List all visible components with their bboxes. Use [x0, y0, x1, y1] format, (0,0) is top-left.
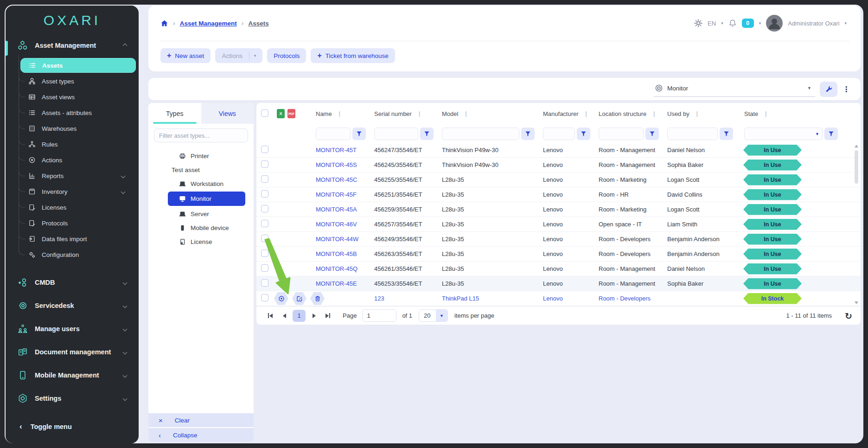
sidebar-item-rules[interactable]: Rules — [6, 136, 139, 152]
home-icon[interactable] — [160, 19, 168, 27]
caret-down-icon[interactable]: ▾ — [844, 21, 847, 26]
sidebar-item-licenses[interactable]: Licenses — [6, 199, 139, 215]
kebab-menu-icon[interactable]: ⋮ — [463, 110, 469, 117]
kebab-menu-icon[interactable]: ⋮ — [337, 110, 343, 117]
sidebar-item-asset-types[interactable]: Asset types — [6, 73, 139, 89]
sidebar-item-assets-attributes[interactable]: Assets - attributes — [6, 105, 139, 121]
last-page-button[interactable] — [322, 310, 333, 322]
asset-serial-link[interactable]: 123 — [370, 295, 438, 302]
new-asset-button[interactable]: + New asset — [160, 48, 211, 63]
tree-item-mobile-device[interactable]: Mobile device — [148, 221, 254, 235]
row-checkbox[interactable] — [261, 175, 268, 183]
breadcrumb-asset-management-link[interactable]: Asset Management — [180, 20, 237, 27]
filter-state-select[interactable] — [744, 128, 823, 140]
row-checkbox[interactable] — [261, 146, 268, 153]
sidebar-group-document-management[interactable]: Document management — [6, 340, 139, 364]
filter-manufacturer-input[interactable] — [543, 128, 575, 140]
asset-name-link[interactable]: MONITOR-45F — [305, 191, 370, 198]
next-page-button[interactable] — [308, 310, 319, 322]
row-checkbox[interactable] — [261, 250, 268, 257]
column-header-model[interactable]: Model — [442, 110, 458, 117]
filter-used-by-button[interactable] — [720, 128, 733, 140]
language-label[interactable]: EN — [708, 20, 716, 27]
view-button[interactable] — [274, 292, 288, 305]
refresh-icon[interactable]: ↻ — [845, 311, 852, 321]
filter-name-input[interactable] — [316, 128, 351, 140]
view-select[interactable]: Monitor ▼ — [654, 81, 815, 97]
scroll-down-arrow[interactable] — [855, 301, 858, 304]
actions-button[interactable]: Actions ▾ — [215, 48, 262, 63]
first-page-button[interactable] — [265, 310, 276, 322]
asset-name-link[interactable]: MONITOR-45S — [305, 161, 370, 168]
sidebar-item-inventory[interactable]: Inventory — [6, 184, 139, 199]
filter-model-button[interactable] — [521, 128, 535, 140]
filter-location-input[interactable] — [599, 128, 644, 140]
sidebar-item-reports[interactable]: Reports — [6, 168, 139, 184]
sidebar-group-settings[interactable]: Settings — [6, 387, 139, 410]
column-header-state[interactable]: State — [744, 110, 758, 117]
sidebar-group-servicedesk[interactable]: Servicedesk — [6, 294, 139, 317]
avatar[interactable] — [766, 15, 783, 32]
asset-name-link[interactable]: MONITOR-46V — [305, 221, 370, 228]
sidebar-item-warehouses[interactable]: Warehouses — [6, 121, 139, 136]
view-settings-button[interactable] — [820, 82, 837, 97]
asset-name-link[interactable]: MONITOR-44W — [305, 236, 370, 243]
select-all-checkbox[interactable] — [261, 109, 268, 117]
row-checkbox[interactable] — [261, 294, 268, 301]
previous-page-button[interactable] — [279, 310, 290, 322]
row-checkbox[interactable] — [261, 264, 268, 272]
caret-down-icon[interactable]: ▾ — [759, 21, 761, 26]
user-name-label[interactable]: Administrator Oxari — [788, 20, 839, 27]
sidebar-group-asset-management[interactable]: Asset Management — [6, 35, 139, 56]
asset-name-link[interactable]: MONITOR-45C — [305, 176, 370, 183]
notification-count-badge[interactable]: 0 — [742, 19, 754, 28]
scroll-up-arrow[interactable] — [855, 145, 858, 147]
asset-name-link[interactable]: MONITOR-45A — [305, 206, 370, 213]
row-checkbox[interactable] — [261, 205, 268, 212]
current-page-button[interactable]: 1 — [293, 310, 306, 322]
sidebar-item-asset-views[interactable]: Asset views — [6, 89, 139, 105]
gear-icon[interactable] — [694, 19, 702, 27]
kebab-menu-icon[interactable]: ⋮ — [842, 85, 850, 94]
kebab-menu-icon[interactable]: ⋮ — [694, 110, 700, 117]
clear-button[interactable]: × Clear — [148, 413, 254, 427]
asset-name-link[interactable]: MONITOR-45B — [305, 250, 370, 257]
edit-button[interactable] — [292, 292, 306, 305]
column-header-used-by[interactable]: Used by — [667, 110, 689, 117]
asset-name-link[interactable]: MONITOR-45T — [305, 147, 370, 154]
page-number-input[interactable] — [362, 309, 396, 322]
kebab-menu-icon[interactable]: ⋮ — [416, 110, 422, 117]
kebab-menu-icon[interactable]: ⋮ — [651, 110, 657, 117]
kebab-menu-icon[interactable]: ⋮ — [583, 110, 589, 117]
filter-model-input[interactable] — [442, 128, 519, 140]
row-checkbox[interactable] — [261, 160, 268, 168]
bell-icon[interactable] — [728, 19, 737, 27]
column-header-location[interactable]: Location structure — [599, 110, 646, 117]
collapse-button[interactable]: ‹ Collapse — [148, 428, 254, 442]
asset-name-link[interactable]: MONITOR-45E — [305, 280, 370, 287]
asset-model-link[interactable]: ThinkPad L15 — [438, 295, 539, 302]
row-checkbox[interactable] — [261, 279, 268, 287]
filter-state-button[interactable] — [824, 128, 838, 140]
column-header-manufacturer[interactable]: Manufacturer — [543, 110, 579, 117]
sidebar-item-protocols[interactable]: Protocols — [6, 215, 139, 231]
filter-manufacturer-button[interactable] — [577, 128, 590, 140]
filter-serial-input[interactable] — [374, 128, 418, 140]
scrollbar-thumb[interactable] — [855, 150, 858, 184]
asset-location-link[interactable]: Room - Developers — [595, 295, 664, 302]
row-checkbox[interactable] — [261, 190, 268, 198]
sidebar-group-cmdb[interactable]: CMDB — [6, 271, 139, 294]
type-filter-input[interactable] — [154, 128, 248, 142]
ticket-from-warehouse-button[interactable]: + Ticket from warehouse — [311, 48, 395, 63]
sidebar-group-mobile-management[interactable]: Mobile Management — [6, 364, 139, 387]
asset-manufacturer-link[interactable]: Lenovo — [539, 295, 595, 302]
toggle-menu-button[interactable]: ‹ Toggle menu — [6, 422, 139, 431]
breadcrumb-assets-link[interactable]: Assets — [248, 20, 268, 27]
tree-item-workstation[interactable]: Workstation — [148, 177, 254, 191]
sidebar-group-manage-users[interactable]: Manage users — [6, 317, 139, 340]
sidebar-item-actions[interactable]: Actions — [6, 152, 139, 168]
filter-name-button[interactable] — [352, 128, 366, 140]
tree-item-test-asset[interactable]: Test asset — [148, 163, 254, 177]
filter-location-button[interactable] — [645, 128, 659, 140]
tab-types[interactable]: Types — [148, 103, 201, 124]
